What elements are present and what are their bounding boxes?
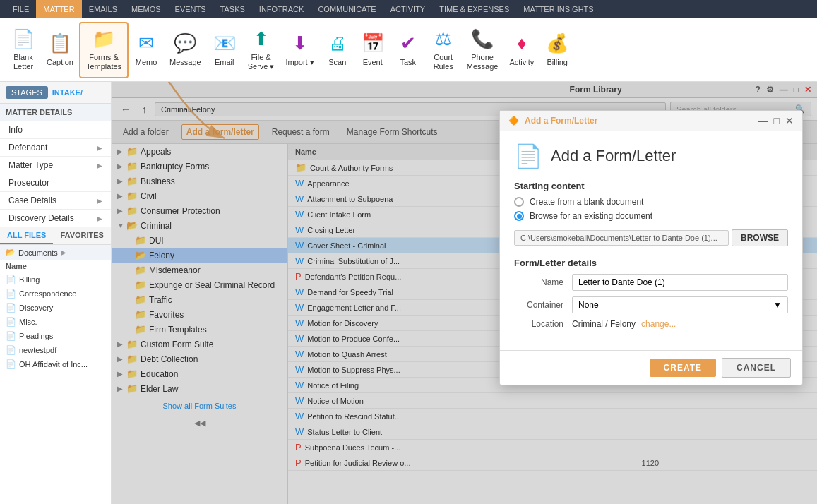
file-correspondence[interactable]: 📄 Correspondence: [0, 287, 111, 301]
modal-minimize[interactable]: —: [758, 115, 768, 126]
billing-file-icon: 📄: [6, 275, 16, 284]
scan-icon: 🖨: [328, 32, 347, 54]
menu-tasks[interactable]: TASKS: [213, 0, 252, 18]
modal-footer: CREATE CANCEL: [500, 350, 802, 385]
modal-title: Add a Form/Letter: [525, 116, 597, 126]
name-label: Name: [514, 277, 563, 287]
ribbon-message[interactable]: 💬 Message: [164, 22, 207, 78]
sidebar-nav-defendant[interactable]: Defendant ▶: [0, 139, 111, 157]
sidebar: STAGES INTAKE/ MATTER DETAILS Info Defen…: [0, 82, 112, 504]
email-icon: 📧: [213, 32, 236, 54]
menu-matter-insights[interactable]: MATTER INSIGHTS: [516, 0, 600, 18]
menu-memos[interactable]: MEMOS: [124, 0, 168, 18]
ribbon-task[interactable]: ✔ Task: [390, 22, 426, 78]
oh-affidavit-file-icon: 📄: [6, 359, 16, 369]
file-pleadings[interactable]: 📄 Pleadings: [0, 329, 111, 343]
ribbon-file-serve[interactable]: ⬆ File & Serve ▾: [242, 22, 280, 78]
ribbon-phone-message[interactable]: 📞 Phone Message: [461, 22, 504, 78]
ribbon-event[interactable]: 📅 Event: [355, 22, 390, 78]
form-details-label: Form/Letter details: [514, 258, 788, 268]
memo-icon: ✉: [138, 32, 154, 54]
menu-matter[interactable]: MATTER: [36, 0, 81, 18]
ribbon: 📄 Blank Letter 📋 Caption 📁 Forms & Templ…: [0, 18, 817, 82]
form-container-row: Container None ▼: [514, 296, 788, 313]
tab-all-files[interactable]: ALL FILES: [0, 227, 53, 244]
court-rules-icon: ⚖: [435, 28, 451, 50]
ribbon-email[interactable]: 📧 Email: [207, 22, 242, 78]
radio-group-starting-content: Create from a blank document Browse for …: [514, 197, 788, 221]
menu-emails[interactable]: EMAILS: [82, 0, 124, 18]
radio-blank-btn[interactable]: [514, 197, 524, 207]
correspondence-file-icon: 📄: [6, 289, 16, 299]
blank-letter-icon: 📄: [12, 28, 35, 50]
form-library: Form Library ? ⚙ — □ ✕ ← ↑ Criminal/Felo…: [112, 82, 817, 504]
discovery-file-icon: 📄: [6, 303, 16, 313]
file-oh-affidavit[interactable]: 📄 OH Affidavit of Inc...: [0, 357, 111, 371]
matter-details-label: MATTER DETAILS: [0, 104, 111, 121]
sidebar-nav-case-details[interactable]: Case Details ▶: [0, 192, 111, 210]
ribbon-activity[interactable]: ♦ Activity: [503, 22, 539, 78]
file-misc[interactable]: 📄 Misc.: [0, 315, 111, 329]
sidebar-nav-prosecutor[interactable]: Prosecutor: [0, 174, 111, 192]
ribbon-import[interactable]: ⬇ Import ▾: [280, 22, 320, 78]
modal-close[interactable]: ✕: [785, 115, 794, 126]
phone-message-icon: 📞: [471, 28, 494, 50]
create-button[interactable]: CREATE: [650, 359, 716, 377]
ribbon-caption[interactable]: 📋 Caption: [41, 22, 79, 78]
starting-content-label: Starting content: [514, 181, 788, 191]
task-icon: ✔: [400, 32, 416, 54]
file-discovery[interactable]: 📄 Discovery: [0, 301, 111, 315]
menu-file[interactable]: FILE: [6, 0, 36, 18]
documents-folder-header[interactable]: 📂 Documents ▶: [0, 245, 111, 260]
file-path-input[interactable]: C:\Users\smokeball\Documents\Letter to D…: [514, 230, 729, 246]
documents-folder-icon: 📂: [6, 248, 16, 257]
menu-events[interactable]: EVENTS: [168, 0, 213, 18]
file-path-row: C:\Users\smokeball\Documents\Letter to D…: [514, 229, 788, 246]
intake-button[interactable]: INTAKE/: [52, 88, 83, 97]
ribbon-memo[interactable]: ✉ Memo: [129, 22, 164, 78]
sidebar-nav-discovery-details[interactable]: Discovery Details ▶: [0, 210, 111, 227]
ribbon-billing[interactable]: 💰 Billing: [539, 22, 575, 78]
modal-titlebar: 🔶 Add a Form/Letter — □ ✕: [500, 111, 802, 131]
files-tabs: ALL FILES FAVORITES: [0, 227, 111, 245]
menu-infotrack[interactable]: INFOTRACK: [252, 0, 311, 18]
file-serve-icon: ⬆: [254, 28, 269, 50]
sidebar-nav-matter-type[interactable]: Matter Type ▶: [0, 157, 111, 174]
ribbon-scan[interactable]: 🖨 Scan: [320, 22, 355, 78]
menu-communicate[interactable]: COMMUNICATE: [311, 0, 383, 18]
modal-maximize[interactable]: □: [774, 115, 780, 126]
modal-document-icon: 📄: [514, 143, 542, 169]
tab-favorites[interactable]: FAVORITES: [53, 227, 111, 244]
stages-button[interactable]: STAGES: [6, 86, 48, 99]
ribbon-court-rules[interactable]: ⚖ Court Rules: [426, 22, 461, 78]
menu-time-expenses[interactable]: TIME & EXPENSES: [432, 0, 516, 18]
browse-button[interactable]: BROWSE: [732, 229, 788, 246]
billing-icon: 💰: [546, 32, 568, 54]
file-newtestpdf[interactable]: 📄 newtestpdf: [0, 343, 111, 357]
file-billing[interactable]: 📄 Billing: [0, 272, 111, 287]
form-location-row: Location Criminal / Felony change...: [514, 319, 788, 329]
location-label: Location: [514, 319, 563, 329]
container-select[interactable]: None ▼: [572, 296, 788, 313]
radio-blank-document[interactable]: Create from a blank document: [514, 197, 788, 207]
radio-existing-btn[interactable]: [514, 211, 524, 221]
menu-activity[interactable]: ACTIVITY: [383, 0, 433, 18]
import-icon: ⬇: [292, 32, 308, 54]
event-icon: 📅: [362, 32, 384, 54]
misc-file-icon: 📄: [6, 317, 16, 327]
cancel-button[interactable]: CANCEL: [722, 358, 791, 378]
ribbon-blank-letter[interactable]: 📄 Blank Letter: [6, 22, 41, 78]
ribbon-forms-templates[interactable]: 📁 Forms & Templates: [79, 22, 129, 78]
forms-templates-icon: 📁: [93, 28, 115, 50]
smokeball-icon: 🔶: [508, 116, 519, 126]
form-details-section: Form/Letter details Name Container None …: [514, 258, 788, 329]
stages-bar: STAGES INTAKE/: [0, 82, 111, 104]
radio-existing-document[interactable]: Browse for an existing document: [514, 211, 788, 221]
menu-bar: FILE MATTER EMAILS MEMOS EVENTS TASKS IN…: [0, 0, 817, 18]
change-location-link[interactable]: change...: [641, 319, 676, 329]
sidebar-nav-info[interactable]: Info: [0, 121, 111, 139]
modal-heading: Add a Form/Letter: [551, 147, 676, 165]
name-input[interactable]: [572, 274, 788, 291]
files-list-header: Name: [0, 260, 111, 272]
files-list: 📄 Billing 📄 Correspondence 📄 Discovery 📄…: [0, 272, 111, 504]
